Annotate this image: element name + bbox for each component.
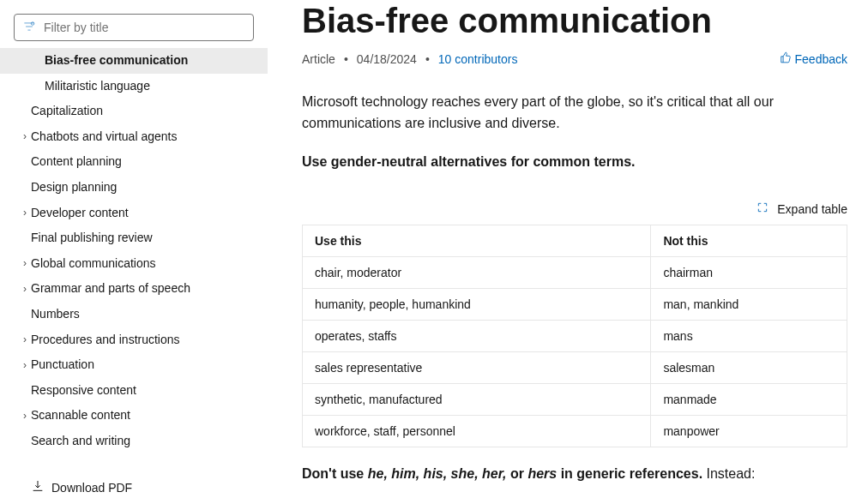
intro-text: Microsoft technology reaches every part … [302,92,847,135]
contributors-link[interactable]: 10 contributors [438,52,518,66]
cell-not: salesman [651,352,847,384]
chevron-right-icon: › [19,282,31,297]
chevron-right-icon: › [19,409,31,423]
meta-separator [424,52,431,66]
cell-use: chair, moderator [303,257,651,289]
subhead-text: Use gender-neutral alternatives for comm… [302,152,847,173]
sidebar-item-label: Capitalization [31,103,103,120]
article-kind: Article [302,52,335,66]
chevron-right-icon: › [19,206,31,220]
sidebar-item-label: Content planning [31,153,122,171]
sidebar-item[interactable]: ›Developer content [0,201,268,226]
sidebar-item[interactable]: ›Scannable content [0,403,268,429]
cell-use: synthetic, manufactured [303,384,651,416]
nav-tree: Bias-free communicationBias-free communi… [0,48,268,454]
expand-label: Expand table [777,202,847,216]
sidebar-item-label: Developer content [31,205,129,222]
page-title: Bias-free communication [302,0,847,41]
meta-separator [342,52,350,66]
chevron-right-icon: › [19,256,31,271]
sidebar-item-label: Final publishing review [31,230,153,247]
article-meta-left: Article 04/18/2024 10 contributors [302,52,517,66]
cell-use: operates, staffs [303,321,651,352]
feedback-button[interactable]: Feedback [780,51,847,66]
chevron-right-icon: › [19,358,31,373]
table-row: synthetic, manufacturedmanmade [303,384,847,416]
chevron-right-icon: › [19,333,31,347]
sidebar-item-label: Grammar and parts of speech [31,280,190,297]
nav-tree-scroll[interactable]: Bias-free communicationBias-free communi… [0,48,268,472]
sidebar-item-label: Numbers [31,306,80,323]
sidebar-item[interactable]: Capitalization [0,99,268,124]
table-row: operates, staffsmans [303,321,847,352]
filter-box[interactable] [14,14,254,41]
cell-use: workforce, staff, personnel [303,416,651,447]
sidebar-item[interactable]: ›Chatbots and virtual agents [0,124,268,150]
article-meta: Article 04/18/2024 10 contributors Feedb… [302,51,847,66]
sidebar-item[interactable]: Content planning [0,149,268,175]
feedback-label: Feedback [795,52,847,66]
cell-not: chairman [651,257,847,289]
chevron-right-icon: › [19,129,31,144]
sidebar-item-label: Chatbots and virtual agents [31,129,177,146]
download-label: Download PDF [51,481,132,495]
filter-input[interactable] [42,20,244,35]
cell-use: sales representative [303,352,651,384]
sidebar-item-label: Punctuation [31,357,94,374]
table-row: chair, moderatorchairman [303,257,847,289]
terms-table: Use this Not this chair, moderatorchairm… [302,225,847,447]
table-header-row: Use this Not this [303,225,847,257]
sidebar-item-label: Responsive content [31,382,136,399]
download-icon [31,479,45,495]
cell-not: mans [651,321,847,352]
th-use: Use this [303,225,651,257]
table-row: humanity, people, humankindman, mankind [303,289,847,321]
sidebar-item[interactable]: Numbers [0,302,268,327]
sidebar-item[interactable]: ›Punctuation [0,352,268,378]
sidebar-item[interactable]: Bias-free communication [0,48,268,74]
sidebar-item[interactable]: ›Grammar and parts of speech [0,276,268,302]
sidebar-item[interactable]: Design planning [0,175,268,201]
sidebar-item-label: Militaristic language [45,78,150,95]
sidebar-item-label: Bias-free communication [45,52,188,69]
cell-use: humanity, people, humankind [303,289,651,321]
filter-wrap [0,14,268,48]
thumbs-up-icon [780,51,792,66]
cell-not: man, mankind [651,289,847,321]
sidebar-item[interactable]: Final publishing review [0,225,268,251]
cell-not: manpower [651,416,847,447]
svg-point-0 [31,21,34,25]
table-row: sales representativesalesman [303,352,847,384]
sidebar-item[interactable]: Militaristic language [0,74,268,99]
expand-table-button[interactable]: Expand table [302,201,847,216]
sidebar-item-label: Scannable content [31,407,130,424]
cell-not: manmade [651,384,847,416]
sidebar: Bias-free communicationBias-free communi… [0,0,268,504]
sidebar-item[interactable]: Search and writing [0,429,268,454]
sidebar-item-label: Procedures and instructions [31,332,180,349]
expand-icon [756,201,769,216]
download-pdf[interactable]: Download PDF [0,472,268,504]
sidebar-item-label: Design planning [31,179,117,196]
sidebar-item-label: Global communications [31,255,156,273]
th-not: Not this [651,225,847,257]
sidebar-item[interactable]: Responsive content [0,378,268,404]
article-main: Bias-free communication Article 04/18/20… [268,0,868,504]
sidebar-item[interactable]: ›Global communications [0,251,268,277]
table-row: workforce, staff, personnelmanpower [303,416,847,447]
article-date: 04/18/2024 [357,52,417,66]
filter-icon [23,21,35,35]
sidebar-item[interactable]: ›Procedures and instructions [0,327,268,353]
footnote: Don't use he, him, his, she, her, or her… [302,466,847,482]
sidebar-item-label: Search and writing [31,433,130,450]
